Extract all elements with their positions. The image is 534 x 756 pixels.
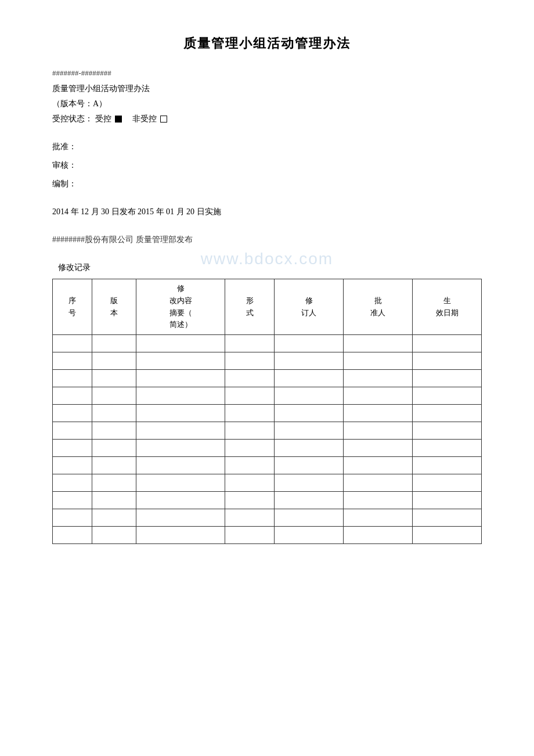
table-cell: [413, 474, 482, 492]
table-cell: [225, 492, 275, 509]
table-cell: [53, 457, 92, 474]
table-row: [53, 422, 482, 440]
table-cell: [275, 474, 344, 492]
col-header-desc: 修改内容摘要（简述）: [136, 279, 225, 335]
controlled-label: 受控: [95, 114, 111, 124]
table-cell: [225, 474, 275, 492]
table-cell: [225, 509, 275, 527]
publisher: ########股份有限公司 质量管理部发布: [52, 235, 482, 245]
compile-line: 编制：: [52, 179, 482, 189]
table-cell: [92, 387, 136, 405]
table-cell: [53, 474, 92, 492]
table-cell: [136, 387, 225, 405]
doc-name: 质量管理小组活动管理办法: [52, 84, 482, 94]
change-record-title: 修改记录: [58, 262, 482, 273]
table-row: [53, 474, 482, 492]
table-cell: [413, 527, 482, 544]
table-row: [53, 387, 482, 405]
table-row: [53, 370, 482, 387]
table-cell: [344, 457, 413, 474]
table-cell: [92, 352, 136, 370]
table-row: [53, 509, 482, 527]
change-record-table: 序号 版本 修改内容摘要（简述） 形式 修订人 批准人 生效日期: [52, 279, 482, 544]
col-header-seq: 序号: [53, 279, 92, 335]
table-cell: [225, 440, 275, 457]
document-page: www.bdocx.com 质量管理小组活动管理办法 #######-#####…: [0, 0, 534, 756]
table-cell: [344, 474, 413, 492]
approval-line: 批准：: [52, 142, 482, 152]
table-cell: [413, 492, 482, 509]
table-cell: [92, 527, 136, 544]
table-cell: [275, 370, 344, 387]
table-cell: [92, 457, 136, 474]
review-line: 审核：: [52, 160, 482, 171]
table-cell: [92, 474, 136, 492]
uncontrolled-label: 非受控: [132, 114, 157, 124]
table-cell: [92, 422, 136, 440]
table-cell: [136, 352, 225, 370]
table-cell: [344, 335, 413, 352]
table-cell: [413, 422, 482, 440]
table-row: [53, 405, 482, 422]
table-cell: [344, 492, 413, 509]
table-cell: [53, 422, 92, 440]
table-cell: [136, 335, 225, 352]
table-cell: [413, 370, 482, 387]
doc-id: #######-########: [52, 69, 482, 78]
table-cell: [92, 509, 136, 527]
table-cell: [136, 474, 225, 492]
table-cell: [136, 492, 225, 509]
table-cell: [413, 405, 482, 422]
controlled-checkbox: [115, 116, 122, 123]
table-cell: [225, 405, 275, 422]
control-status-label: 受控状态：: [52, 114, 93, 124]
table-cell: [275, 457, 344, 474]
table-cell: [136, 457, 225, 474]
table-cell: [413, 509, 482, 527]
table-cell: [225, 370, 275, 387]
table-cell: [53, 527, 92, 544]
control-status: 受控状态： 受控 非受控: [52, 114, 482, 124]
main-title: 质量管理小组活动管理办法: [52, 35, 482, 52]
table-cell: [53, 335, 92, 352]
col-header-modifier: 修订人: [275, 279, 344, 335]
table-cell: [92, 440, 136, 457]
table-cell: [53, 405, 92, 422]
table-row: [53, 335, 482, 352]
table-row: [53, 440, 482, 457]
table-cell: [344, 387, 413, 405]
table-cell: [413, 335, 482, 352]
table-cell: [136, 405, 225, 422]
table-row: [53, 352, 482, 370]
table-cell: [225, 422, 275, 440]
table-row: [53, 527, 482, 544]
table-cell: [53, 352, 92, 370]
version-number: （版本号：A）: [52, 99, 482, 109]
table-cell: [344, 352, 413, 370]
table-cell: [92, 370, 136, 387]
table-cell: [344, 370, 413, 387]
approvals-section: 批准： 审核： 编制：: [52, 142, 482, 189]
col-header-approver: 批准人: [344, 279, 413, 335]
table-row: [53, 457, 482, 474]
table-cell: [344, 440, 413, 457]
table-cell: [225, 387, 275, 405]
table-cell: [136, 527, 225, 544]
table-cell: [225, 352, 275, 370]
table-cell: [92, 492, 136, 509]
table-cell: [225, 527, 275, 544]
table-cell: [275, 440, 344, 457]
col-header-form: 形式: [225, 279, 275, 335]
table-cell: [92, 405, 136, 422]
table-cell: [275, 335, 344, 352]
table-cell: [53, 370, 92, 387]
table-cell: [92, 335, 136, 352]
table-cell: [225, 457, 275, 474]
table-cell: [344, 509, 413, 527]
table-cell: [275, 387, 344, 405]
table-cell: [275, 405, 344, 422]
table-cell: [53, 440, 92, 457]
table-cell: [53, 387, 92, 405]
table-cell: [413, 440, 482, 457]
table-cell: [136, 422, 225, 440]
